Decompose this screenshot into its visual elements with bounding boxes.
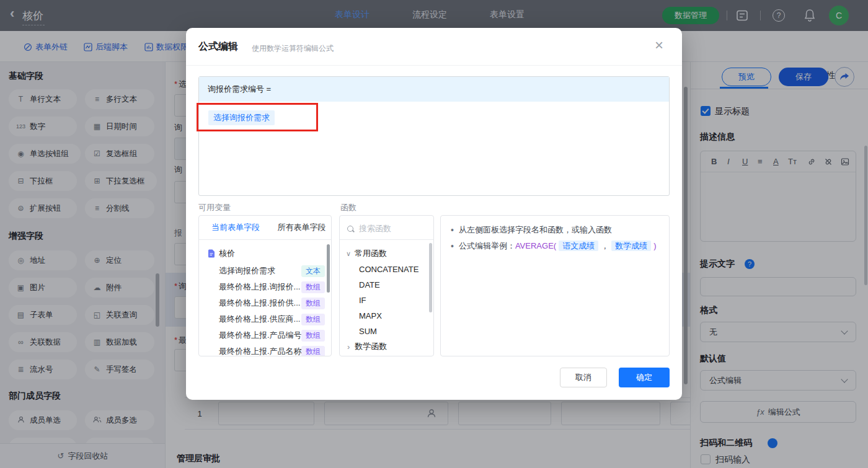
hint-line-2: •公式编辑举例：AVERAGE(语文成绩，数学成绩) bbox=[451, 241, 656, 252]
tabs-divider bbox=[199, 239, 331, 240]
caret-right-icon: › bbox=[347, 356, 350, 357]
caret-down-icon: ∨ bbox=[346, 250, 351, 258]
variable-item[interactable]: 最终价格上报.供应商...数组 bbox=[199, 311, 331, 327]
cancel-button[interactable]: 取消 bbox=[560, 368, 607, 387]
modal-header-divider bbox=[186, 65, 682, 66]
close-icon[interactable]: × bbox=[655, 37, 663, 54]
function-group[interactable]: ∨常用函数 bbox=[340, 245, 433, 262]
variable-item[interactable]: 最终价格上报.询报价...数组 bbox=[199, 279, 331, 295]
form-doc-icon bbox=[208, 249, 215, 258]
function-search-input[interactable]: 搜索函数 bbox=[347, 223, 391, 234]
type-tag: 文本 bbox=[301, 265, 325, 277]
confirm-button[interactable]: 确定 bbox=[619, 368, 670, 387]
type-tag: 数组 bbox=[301, 298, 325, 309]
variables-panel: 当前表单字段 所有表单字段 核价 选择询报价需求文本 最终价格上报.询报价...… bbox=[198, 215, 332, 356]
function-item[interactable]: MAPX bbox=[340, 307, 433, 324]
bullet-icon: • bbox=[451, 225, 454, 235]
bullet-icon: • bbox=[451, 241, 454, 251]
annotation-highlight-box bbox=[197, 103, 318, 131]
variables-scrollbar[interactable] bbox=[327, 244, 330, 293]
app-root: *选 询 询 报 *询 *最 1 管理层审批 ‹ 核价 表单设计 流程设定 表单… bbox=[0, 0, 868, 468]
search-divider bbox=[340, 239, 433, 240]
function-item[interactable]: DATE bbox=[340, 276, 433, 293]
formula-edit-modal: 公式编辑 使用数学运算符编辑公式 × 询报价需求编号 = 选择询报价需求 可用变… bbox=[186, 28, 682, 400]
type-tag: 数组 bbox=[301, 314, 325, 325]
type-tag: 数组 bbox=[301, 330, 325, 342]
type-tag: 数组 bbox=[301, 346, 325, 357]
formula-target-bar: 询报价需求编号 = bbox=[199, 77, 669, 102]
formula-editor[interactable]: 询报价需求编号 = 选择询报价需求 bbox=[198, 76, 670, 196]
variable-item[interactable]: 最终价格上报.产品编号数组 bbox=[199, 327, 331, 343]
function-item[interactable]: SUM bbox=[340, 323, 433, 339]
variable-tree-root[interactable]: 核价 bbox=[199, 245, 331, 262]
modal-subtitle: 使用数学运算符编辑公式 bbox=[252, 43, 334, 54]
modal-title: 公式编辑 bbox=[198, 40, 238, 53]
functions-panel: 搜索函数 ∨常用函数 CONCATENATE DATE IF MAPX SUM … bbox=[339, 215, 434, 356]
formula-hint-panel: •从左侧面板选择字段名和函数，或输入函数 •公式编辑举例：AVERAGE(语文成… bbox=[440, 215, 670, 356]
variable-item[interactable]: 最终价格上报.报价供...数组 bbox=[199, 295, 331, 311]
functions-scrollbar[interactable] bbox=[429, 243, 432, 312]
type-tag: 数组 bbox=[301, 281, 325, 293]
hint-line-1: •从左侧面板选择字段名和函数，或输入函数 bbox=[451, 224, 612, 236]
tab-all-form-fields[interactable]: 所有表单字段 bbox=[272, 216, 331, 239]
functions-section-label: 函数 bbox=[340, 202, 356, 213]
example-field-token: 语文成绩 bbox=[559, 241, 598, 251]
caret-right-icon: › bbox=[347, 342, 350, 351]
variable-item[interactable]: 选择询报价需求文本 bbox=[199, 263, 331, 279]
function-item[interactable]: CONCATENATE bbox=[340, 261, 433, 277]
tab-current-form-fields[interactable]: 当前表单字段 bbox=[199, 216, 272, 239]
search-icon bbox=[347, 226, 354, 232]
example-field-token: 数学成绩 bbox=[611, 241, 651, 251]
function-item[interactable]: IF bbox=[340, 292, 433, 308]
variable-item[interactable]: 最终价格上报.产品名称数组 bbox=[199, 343, 331, 356]
variables-section-label: 可用变量 bbox=[198, 202, 231, 213]
function-group[interactable]: ›文本函数 bbox=[340, 353, 433, 356]
